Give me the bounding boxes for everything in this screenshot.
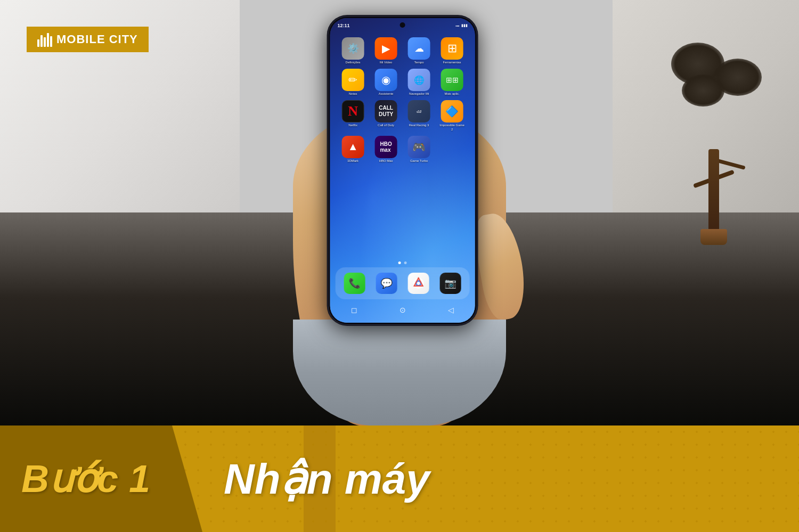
logo-text: MOBILE CITY <box>56 32 138 46</box>
app-tools-icon: ⊞ <box>441 37 463 60</box>
logo-bar-4 <box>47 33 49 47</box>
app-netflix-label: Netflix <box>348 124 357 127</box>
phone-dock: 📞 💬 📷 <box>336 267 470 299</box>
svg-point-2 <box>417 282 420 285</box>
app-notes-icon: ✏ <box>342 69 364 91</box>
logo-bars-icon <box>37 32 52 47</box>
logo-bar-3 <box>44 37 46 47</box>
page-dot-2 <box>404 261 407 264</box>
app-weather-label: Tempo <box>414 61 424 64</box>
app-gameturbo-icon: 🎮 <box>408 136 430 158</box>
app-more-wrapper[interactable]: ⊞⊞ Mais aplic. <box>438 69 467 96</box>
app-tools-wrapper[interactable]: ⊞ Ferramentas <box>438 37 467 64</box>
app-netflix-icon: N <box>342 100 364 122</box>
app-browser-wrapper[interactable]: 🌐 Navegador Mi <box>405 69 434 96</box>
wifi-icon: ▪▪▪ <box>455 24 459 28</box>
app-gameturbo-wrapper[interactable]: 🎮 Game Turbo <box>405 136 434 163</box>
status-time: 12:11 <box>338 23 350 28</box>
page-dot-1 <box>398 261 401 264</box>
phone-navbar: ◻ ⊙ ◁ <box>330 301 475 318</box>
app-more-icon: ⊞⊞ <box>441 69 463 91</box>
app-assistant-wrapper[interactable]: ◉ Assistente <box>372 69 401 96</box>
app-settings-label: Definições <box>346 61 361 64</box>
app-3dmark-wrapper[interactable]: ▲ 3DMark <box>339 136 368 163</box>
dock-chrome-icon[interactable] <box>408 273 429 294</box>
dock-camera-icon[interactable]: 📷 <box>440 273 461 294</box>
app-racing-wrapper[interactable]: 🏎 Real Racing 3 <box>405 100 434 131</box>
app-impossible-wrapper[interactable]: 🔷 Impossible Game 2 <box>438 100 467 131</box>
app-assistant-label: Assistente <box>379 92 394 96</box>
app-notes-wrapper[interactable]: ✏ Notas <box>339 69 368 96</box>
logo-bar-2 <box>40 35 43 47</box>
app-tools-label: Ferramentas <box>443 61 461 64</box>
bottom-banner: Bước 1 Nhận máy <box>0 425 799 532</box>
hand-phone-area: 12:11 ▪▪▪ ▮▮▮ ⚙️ Definições ▶ Mi V <box>213 11 586 426</box>
app-gameturbo-label: Game Turbo <box>410 159 428 163</box>
app-cod-icon: CALLDUTY <box>375 100 397 122</box>
app-browser-icon: 🌐 <box>408 69 430 91</box>
app-settings-wrapper[interactable]: ⚙️ Definições <box>339 37 368 64</box>
nav-back-btn[interactable]: ◻ <box>351 306 357 314</box>
app-settings-icon: ⚙️ <box>342 37 364 60</box>
hand-sleeve <box>293 320 506 426</box>
app-weather-wrapper[interactable]: ☁ Tempo <box>405 37 434 64</box>
app-racing-icon: 🏎 <box>408 100 430 122</box>
app-3dmark-label: 3DMark <box>347 159 358 163</box>
main-container: 12:11 ▪▪▪ ▮▮▮ ⚙️ Definições ▶ Mi V <box>0 0 799 532</box>
app-mivideo-icon: ▶ <box>375 37 397 60</box>
dock-phone-icon[interactable]: 📞 <box>344 273 365 294</box>
app-grid: ⚙️ Definições ▶ Mi Video ☁ Tempo ⊞ Ferra… <box>337 35 469 165</box>
app-notes-label: Notas <box>349 92 357 96</box>
dock-messages-icon[interactable]: 💬 <box>376 273 397 294</box>
bonsai-decoration <box>661 43 767 245</box>
banner-main-section: Nhận máy <box>202 454 799 504</box>
phone-camera <box>400 22 405 28</box>
app-mivideo-wrapper[interactable]: ▶ Mi Video <box>372 37 401 64</box>
app-hbomax-label: HBO Max <box>379 159 393 163</box>
phone-device: 12:11 ▪▪▪ ▮▮▮ ⚙️ Definições ▶ Mi V <box>328 16 477 325</box>
app-hbomax-wrapper[interactable]: HBOmax HBO Max <box>372 136 401 163</box>
battery-icon: ▮▮▮ <box>461 23 468 28</box>
app-cod-label: Call of Duty <box>378 124 394 127</box>
app-cod-wrapper[interactable]: CALLDUTY Call of Duty <box>372 100 401 131</box>
logo-bar-1 <box>37 39 39 47</box>
status-icons: ▪▪▪ ▮▮▮ <box>455 23 467 28</box>
app-impossible-label: Impossible Game 2 <box>439 124 466 131</box>
app-more-label: Mais aplic. <box>444 92 459 96</box>
hand-thumb <box>470 210 531 323</box>
app-racing-label: Real Racing 3 <box>409 124 429 127</box>
app-hbomax-icon: HBOmax <box>375 136 397 158</box>
logo-badge: MOBILE CITY <box>27 27 149 52</box>
app-impossible-icon: 🔷 <box>441 100 463 122</box>
nav-home-btn[interactable]: ⊙ <box>399 306 406 314</box>
phone-screen: 12:11 ▪▪▪ ▮▮▮ ⚙️ Definições ▶ Mi V <box>330 18 475 323</box>
app-netflix-wrapper[interactable]: N Netflix <box>339 100 368 131</box>
app-empty-wrapper <box>438 136 467 163</box>
app-3dmark-icon: ▲ <box>342 136 364 158</box>
banner-step-section: Bước 1 <box>0 425 202 532</box>
nav-recent-btn[interactable]: ◁ <box>448 306 454 314</box>
logo-bar-5 <box>50 36 52 47</box>
banner-step-title: Nhận máy <box>224 455 430 503</box>
app-browser-label: Navegador Mi <box>409 92 429 96</box>
app-assistant-icon: ◉ <box>375 69 397 91</box>
app-weather-icon: ☁ <box>408 37 430 60</box>
phone-page-dots <box>398 261 407 264</box>
app-mivideo-label: Mi Video <box>380 61 392 64</box>
banner-step-label: Bước 1 <box>21 456 150 501</box>
